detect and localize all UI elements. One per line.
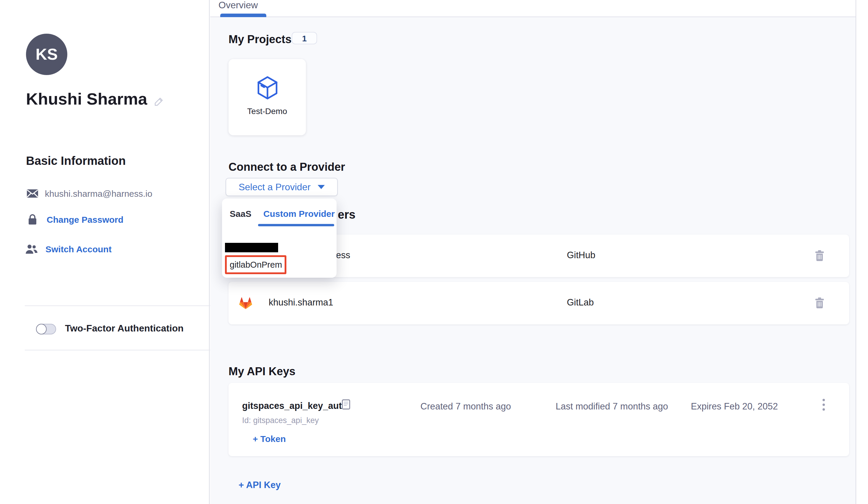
github-account-name: ess: [336, 250, 350, 261]
provider-dropdown: SaaS Custom Provider gitlabOnPrem: [222, 199, 337, 278]
my-projects-heading: My Projects: [228, 33, 291, 46]
mail-icon: [26, 189, 39, 198]
profile-sidebar: KS Khushi Sharma Basic Information khush…: [0, 0, 210, 504]
switch-account-icon: [25, 244, 38, 254]
gitlab-icon: [238, 295, 253, 313]
change-password-link[interactable]: Change Password: [26, 214, 123, 225]
api-key-name: gitspaces_api_key_auto: [242, 401, 348, 411]
project-cube-icon: [256, 75, 279, 103]
project-card[interactable]: Test-Demo: [228, 59, 306, 135]
api-key-menu-button[interactable]: [823, 399, 825, 411]
basic-information-heading: Basic Information: [26, 154, 126, 168]
email-row: khushi.sharma@harness.io: [26, 189, 152, 199]
user-name: Khushi Sharma: [26, 90, 147, 109]
sidebar-divider-bottom: [25, 350, 210, 350]
scrollbar-gutter[interactable]: [856, 0, 868, 504]
select-provider-button[interactable]: Select a Provider: [226, 178, 338, 196]
project-name: Test-Demo: [228, 107, 306, 116]
tab-bar: [210, 0, 856, 17]
provider-row-gitlab: khushi.sharma1 GitLab: [228, 282, 849, 324]
connected-providers-heading: ers: [338, 208, 355, 222]
projects-count-badge: 1: [292, 32, 317, 44]
dropdown-tab-saas[interactable]: SaaS: [230, 209, 251, 219]
toggle-knob: [36, 324, 46, 334]
tab-overview[interactable]: Overview: [218, 0, 258, 11]
api-key-created: Created 7 months ago: [421, 401, 511, 412]
delete-github-provider-button[interactable]: [815, 250, 824, 263]
sidebar-divider-top: [25, 305, 210, 306]
tab-active-underline: [220, 13, 266, 17]
edit-name-icon[interactable]: [154, 96, 164, 109]
gitlab-account-name: khushi.sharma1: [269, 297, 333, 308]
api-key-last-modified: Last modified 7 months ago: [556, 401, 668, 412]
email-value: khushi.sharma@harness.io: [45, 189, 152, 199]
api-key-id: Id: gitspaces_api_key: [242, 416, 319, 425]
two-factor-toggle[interactable]: [36, 324, 56, 334]
chevron-down-icon: [318, 185, 325, 189]
api-key-expires: Expires Feb 20, 2052: [691, 401, 778, 412]
gitlab-provider-label: GitLab: [567, 297, 594, 308]
lock-icon: [26, 214, 39, 225]
select-provider-label: Select a Provider: [239, 182, 311, 192]
add-token-link[interactable]: + Token: [253, 434, 286, 444]
dropdown-tab-custom-provider[interactable]: Custom Provider: [264, 209, 335, 219]
dropdown-item-gitlabonprem[interactable]: gitlabOnPrem: [225, 255, 286, 274]
connect-provider-heading: Connect to a Provider: [228, 161, 345, 174]
change-password-label: Change Password: [46, 214, 123, 224]
dropdown-item-redacted[interactable]: [225, 243, 278, 252]
delete-gitlab-provider-button[interactable]: [815, 297, 824, 311]
avatar: KS: [26, 34, 67, 75]
two-factor-label: Two-Factor Authentication: [65, 323, 184, 334]
app-window: KS Khushi Sharma Basic Information khush…: [0, 0, 868, 504]
switch-account-link[interactable]: Switch Account: [25, 244, 112, 254]
dropdown-tab-underline: [258, 224, 334, 226]
copy-icon[interactable]: [342, 400, 350, 412]
add-api-key-link[interactable]: + API Key: [239, 480, 281, 491]
api-key-card: gitspaces_api_key_auto Id: gitspaces_api…: [228, 383, 849, 456]
switch-account-label: Switch Account: [45, 244, 112, 254]
github-provider-label: GitHub: [567, 250, 596, 261]
my-api-keys-heading: My API Keys: [228, 365, 296, 378]
